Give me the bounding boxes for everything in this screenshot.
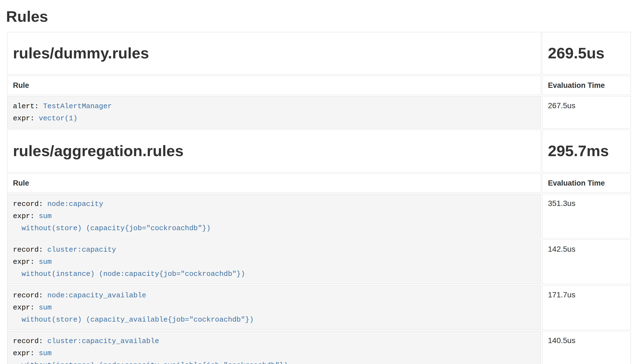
- rule-key-label: record:: [13, 200, 47, 208]
- rule-key-label: expr:: [13, 303, 39, 312]
- alert-name-link[interactable]: TestAlertManager: [43, 102, 112, 110]
- rule-column-header: Rule: [7, 173, 541, 193]
- rule-definition-cell: record: node:capacity_available expr: su…: [7, 285, 541, 330]
- rule-expr-link[interactable]: vector(1): [39, 114, 77, 123]
- rule-row: record: cluster:capacity_available expr:…: [7, 331, 631, 364]
- group-name: rules/dummy.rules: [13, 44, 535, 62]
- group-name: rules/aggregation.rules: [13, 142, 535, 160]
- rule-row: alert: TestAlertManager expr: vector(1) …: [7, 96, 631, 129]
- rule-definition-cell: record: cluster:capacity expr: sum witho…: [7, 240, 541, 284]
- rule-expr-link[interactable]: sum without(store) (capacity_available{j…: [13, 303, 254, 324]
- rule-expr-link[interactable]: sum without(instance) (node:capacity{job…: [13, 258, 245, 278]
- rule-column-header: Rule: [7, 76, 541, 95]
- group-eval-time-cell: 269.5us: [542, 32, 631, 74]
- record-name-link[interactable]: node:capacity: [47, 200, 103, 208]
- rule-eval-time: 267.5us: [542, 96, 631, 129]
- rule-eval-time: 142.5us: [542, 240, 631, 284]
- group-eval-time-cell: 295.7ms: [542, 130, 631, 172]
- group-name-cell: rules/dummy.rules: [7, 32, 541, 74]
- rule-key-label: record:: [13, 337, 47, 345]
- rule-key-label: expr:: [13, 114, 39, 123]
- rule-definition-cell: record: cluster:capacity_available expr:…: [7, 331, 541, 364]
- rule-expr-link[interactable]: sum without(instance) (node:capacity_ava…: [13, 349, 288, 364]
- rule-key-label: record:: [13, 246, 47, 254]
- rule-row: record: node:capacity expr: sum without(…: [7, 194, 631, 238]
- rule-expr-link[interactable]: sum without(store) (capacity{job="cockro…: [13, 212, 211, 232]
- record-name-link[interactable]: cluster:capacity_available: [47, 337, 159, 345]
- rule-definition-cell: record: node:capacity expr: sum without(…: [7, 194, 541, 238]
- rule-code: record: cluster:capacity expr: sum witho…: [13, 244, 535, 280]
- evaluation-time-column-header: Evaluation Time: [542, 173, 631, 193]
- rule-code: record: node:capacity_available expr: su…: [13, 289, 535, 326]
- column-header-row: Rule Evaluation Time: [7, 173, 631, 193]
- group-header-row: rules/dummy.rules 269.5us: [7, 32, 631, 74]
- group-header-row: rules/aggregation.rules 295.7ms: [7, 130, 631, 172]
- rule-key-label: expr:: [13, 212, 39, 220]
- rule-key-label: record:: [13, 291, 47, 300]
- rule-key-label: alert:: [13, 102, 43, 110]
- evaluation-time-column-header: Evaluation Time: [542, 76, 631, 95]
- group-name-cell: rules/aggregation.rules: [7, 130, 541, 172]
- rule-definition-cell: alert: TestAlertManager expr: vector(1): [7, 96, 541, 129]
- rule-eval-time: 140.5us: [542, 331, 631, 364]
- page-title: Rules: [6, 8, 632, 25]
- record-name-link[interactable]: node:capacity_available: [47, 291, 146, 300]
- group-eval-time: 269.5us: [548, 44, 625, 62]
- rule-code: record: node:capacity expr: sum without(…: [13, 198, 535, 234]
- rule-code: alert: TestAlertManager expr: vector(1): [13, 100, 535, 124]
- rules-page: Rules rules/dummy.rules 269.5us Rule Eva…: [0, 0, 638, 364]
- column-header-row: Rule Evaluation Time: [7, 76, 631, 95]
- rule-row: record: cluster:capacity expr: sum witho…: [7, 240, 631, 284]
- rule-eval-time: 171.7us: [542, 285, 631, 330]
- rule-code: record: cluster:capacity_available expr:…: [13, 335, 535, 364]
- rule-key-label: expr:: [13, 258, 39, 266]
- rules-table: rules/dummy.rules 269.5us Rule Evaluatio…: [6, 31, 632, 364]
- rule-eval-time: 351.3us: [542, 194, 631, 238]
- group-eval-time: 295.7ms: [548, 142, 625, 160]
- rule-key-label: expr:: [13, 349, 39, 357]
- rule-row: record: node:capacity_available expr: su…: [7, 285, 631, 330]
- record-name-link[interactable]: cluster:capacity: [47, 246, 116, 254]
